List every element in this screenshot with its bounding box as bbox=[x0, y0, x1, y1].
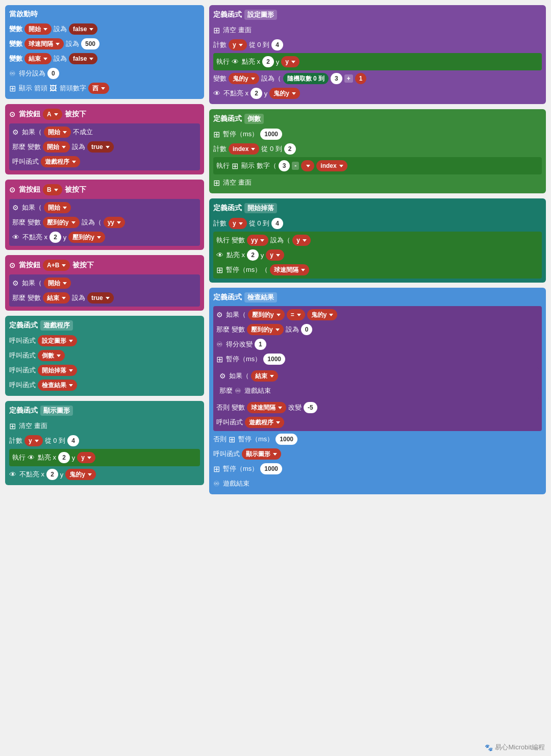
val-neg5-pill[interactable]: -5 bbox=[304, 402, 317, 413]
grid-icon-show: ⊞ bbox=[9, 421, 16, 431]
x-2-unlight-show-pill[interactable]: 2 bbox=[46, 469, 58, 480]
val-1000-check-pill[interactable]: 1000 bbox=[263, 354, 285, 365]
ghost-y-set-pill[interactable]: 鬼的y bbox=[229, 73, 259, 84]
val-1-score-pill[interactable]: 1 bbox=[255, 339, 266, 350]
call-check-pill[interactable]: 檢查結果 bbox=[38, 380, 77, 391]
row-then-check: 那麼 變數 壓到的y 設為 0 bbox=[216, 323, 539, 336]
val-4-show-pill[interactable]: 4 bbox=[67, 435, 79, 446]
call-countdown-pill[interactable]: 倒數 bbox=[38, 350, 65, 361]
x-2-set-pill[interactable]: 2 bbox=[262, 56, 274, 67]
y-drop-pill[interactable]: y bbox=[266, 249, 284, 261]
grid-icon-cd2: ⊞ bbox=[232, 161, 238, 171]
row-call-drop: 呼叫函式 開始掉落 bbox=[9, 364, 200, 377]
var-start-b-pill[interactable]: 開始 bbox=[44, 202, 71, 213]
row-pause-1000: ⊞ 暫停（ms） 1000 bbox=[213, 128, 542, 141]
val-1000-cd-pill[interactable]: 1000 bbox=[260, 129, 282, 140]
row-unlight-set: 👁 不點亮 x 2 y 鬼的y bbox=[213, 87, 542, 100]
val-2-cd-pill[interactable]: 2 bbox=[284, 143, 296, 155]
val-true-pill[interactable]: true bbox=[87, 141, 114, 153]
ghost-y-unlight-pill[interactable]: 鬼的y bbox=[269, 88, 300, 99]
val-false-pill[interactable]: false bbox=[69, 23, 97, 35]
grid-icon-check: ⊞ bbox=[216, 355, 223, 364]
gear-icon-1: ⚙ bbox=[12, 128, 19, 136]
x-2-show-pill[interactable]: 2 bbox=[58, 452, 70, 463]
val-1000-else2-pill[interactable]: 1000 bbox=[260, 463, 282, 474]
row-if-start-ab: ⚙ 如果（ 開始 bbox=[12, 276, 197, 290]
var-end-pill[interactable]: 結束 bbox=[24, 53, 52, 64]
eq-pill[interactable]: = bbox=[287, 309, 305, 320]
on-button-a-header: ⊙ 當按鈕 A 被按下 bbox=[9, 107, 200, 122]
row-else-label: 否則 ⊞ 暫停（ms） 1000 bbox=[213, 433, 542, 446]
val-0-check-pill[interactable]: 0 bbox=[301, 324, 313, 335]
call-show-else-pill[interactable]: 顯示圖形 bbox=[242, 448, 281, 460]
watermark-icon: 🐾 bbox=[485, 744, 493, 751]
var-speed-pill[interactable]: 球速間隔 bbox=[24, 38, 64, 49]
index-cd-pill[interactable]: index bbox=[316, 160, 347, 171]
x-2-drop-pill[interactable]: 2 bbox=[247, 249, 259, 261]
val-4-drop-pill[interactable]: 4 bbox=[271, 218, 283, 229]
val-500-pill[interactable]: 500 bbox=[81, 38, 99, 49]
x-2-unlight-set-pill[interactable]: 2 bbox=[251, 88, 262, 99]
val-1000-else-pill[interactable]: 1000 bbox=[276, 434, 297, 445]
press-y-set0-pill[interactable]: 壓到的y bbox=[247, 324, 284, 335]
var-start-then-pill[interactable]: 開始 bbox=[43, 141, 70, 153]
var-yy-drop-pill[interactable]: yy bbox=[247, 235, 268, 246]
ghost-y-check-pill[interactable]: 鬼的y bbox=[307, 309, 338, 320]
button-b-pill[interactable]: B bbox=[43, 184, 62, 195]
x-2-b-pill[interactable]: 2 bbox=[49, 232, 61, 243]
val-3-cd-pill[interactable]: 3 bbox=[279, 160, 290, 171]
call-game-else-pill[interactable]: 遊戲程序 bbox=[245, 417, 284, 428]
grid-icon: ⊞ bbox=[9, 84, 16, 93]
plus-btn[interactable]: + bbox=[344, 74, 353, 83]
y-press-pill[interactable]: 壓到的y bbox=[68, 232, 105, 243]
count-index-pill[interactable]: index bbox=[229, 143, 259, 155]
row-clear-cd: ⊞ 清空 畫面 bbox=[213, 176, 542, 189]
y-show-pill[interactable]: y bbox=[77, 452, 95, 463]
on-button-b-header: ⊙ 當按鈕 B 被按下 bbox=[9, 183, 200, 197]
val-yy-pill[interactable]: yy bbox=[104, 217, 125, 228]
on-button-b-block: ⊙ 當按鈕 B 被按下 ⚙ 如果（ 開始 那麼 變數 壓到的y 設為（ yy bbox=[5, 180, 204, 250]
rand-to-3-pill[interactable]: 3 bbox=[331, 73, 342, 84]
val-west-pill[interactable]: 西 bbox=[88, 83, 109, 94]
var-start-ab-pill[interactable]: 開始 bbox=[44, 278, 71, 289]
press-y-check-pill[interactable]: 壓到的y bbox=[248, 309, 285, 320]
row-if-start: ⚙ 如果（ 開始 不成立 bbox=[12, 125, 197, 139]
button-a-pill[interactable]: A bbox=[43, 109, 62, 120]
ghost-y-show-pill[interactable]: 鬼的y bbox=[65, 469, 96, 480]
count-y-set-pill[interactable]: y bbox=[229, 39, 247, 51]
var-start-if-pill[interactable]: 開始 bbox=[44, 127, 71, 138]
val-0-pill[interactable]: 0 bbox=[47, 68, 59, 79]
func-countdown-header: 定義函式 倒數 bbox=[213, 112, 542, 126]
val-4-set-pill[interactable]: 4 bbox=[271, 39, 283, 51]
if-start-ab-block: ⚙ 如果（ 開始 那麼 變數 結束 設為 true bbox=[9, 274, 200, 307]
ball-speed-pill[interactable]: 球速間隔 bbox=[270, 264, 309, 275]
val-false2-pill[interactable]: false bbox=[69, 53, 97, 64]
if-eq-block: ⚙ 如果（ 壓到的y = 鬼的y 那麼 變數 壓到的y 設為 0 ♾ 得分改變 bbox=[213, 306, 542, 431]
if-end-block: ⚙ 如果（ 結束 那麼 ♾ 遊戲結束 bbox=[216, 367, 539, 399]
func-game-pill[interactable]: 遊戲程序 bbox=[41, 156, 80, 167]
var-end-ab-pill[interactable]: 結束 bbox=[43, 292, 70, 304]
minus-btn-cd[interactable]: - bbox=[292, 162, 299, 170]
y-set-pill[interactable]: y bbox=[281, 56, 299, 67]
row-call-game-else: 呼叫函式 遊戲程序 bbox=[216, 416, 539, 429]
dd-btn-cd[interactable] bbox=[301, 160, 314, 171]
count-y-show-pill[interactable]: y bbox=[24, 435, 43, 446]
val-1-pill[interactable]: 1 bbox=[355, 73, 367, 84]
speed-else-pill[interactable]: 球速間隔 bbox=[247, 402, 286, 413]
button-ab-pill[interactable]: A+B bbox=[43, 260, 70, 271]
row-exec-cd: 執行 ⊞ 顯示 數字（ 3 - index bbox=[216, 159, 539, 172]
func-show-shape-header: 定義函式 顯示圖形 bbox=[9, 404, 200, 418]
rand-pill[interactable]: 隨機取數 0 到 bbox=[283, 73, 329, 84]
val-y-drop-pill[interactable]: y bbox=[292, 235, 311, 246]
val-true-ab-pill[interactable]: true bbox=[87, 292, 114, 304]
call-drop-pill[interactable]: 開始掉落 bbox=[38, 365, 77, 376]
exec-cd-block: 執行 ⊞ 顯示 數字（ 3 - index bbox=[213, 157, 542, 174]
grid-icon-else2: ⊞ bbox=[213, 464, 220, 474]
call-set-shape-pill[interactable]: 設定圖形 bbox=[38, 335, 77, 346]
var-start-pill[interactable]: 開始 bbox=[24, 23, 52, 35]
var-press-y-pill[interactable]: 壓到的y bbox=[43, 217, 80, 228]
count-y-drop-pill[interactable]: y bbox=[229, 218, 247, 229]
end-pill[interactable]: 結束 bbox=[251, 370, 278, 382]
row-light-x2-drop: 👁 點亮 x 2 y y bbox=[216, 248, 539, 262]
grid-icon-set: ⊞ bbox=[213, 26, 220, 35]
